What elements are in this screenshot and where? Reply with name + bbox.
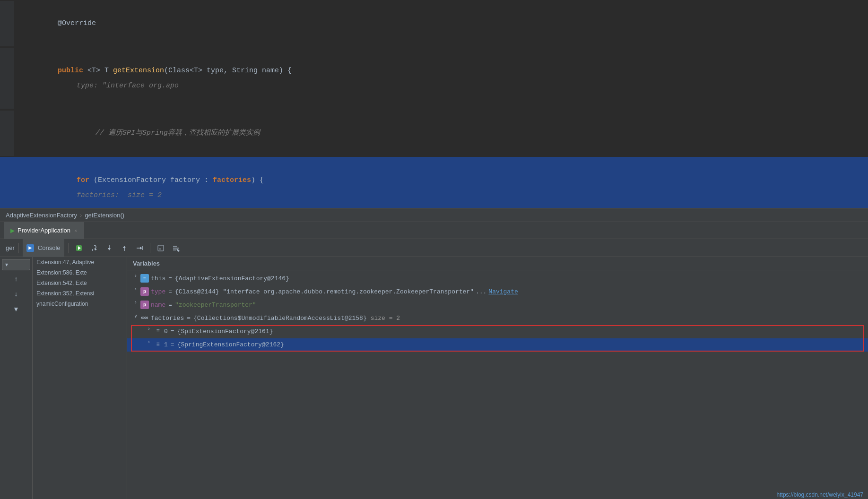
var-key-0: 0 — [164, 327, 168, 337]
var-val-0: {SpiExtensionFactory@2161} — [177, 327, 273, 337]
expand-type[interactable]: › — [131, 287, 140, 292]
up-btn[interactable]: ↑ — [9, 272, 23, 285]
var-content-this: this = {AdaptiveExtensionFactory@2146} — [151, 274, 864, 284]
params: (Class<T> type, String name) { — [164, 67, 292, 75]
var-row-factories[interactable]: ∨ ∞∞ factories = {Collections$Unmodifiab… — [127, 312, 868, 325]
watch-btn[interactable] — [169, 241, 182, 255]
expand-this[interactable]: › — [131, 274, 140, 279]
var-eq-1: = — [171, 340, 174, 350]
console-icon: ▶ — [26, 244, 34, 252]
kw-for: for — [77, 176, 94, 184]
breadcrumb-class[interactable]: AdaptiveExtensionFactory — [6, 212, 77, 219]
var-row-type[interactable]: › p type = {Class@2144} "interface org.a… — [127, 285, 868, 299]
var-content-1: 1 = {SpringExtensionFactory@2162} — [164, 340, 864, 350]
for-params: (ExtensionFactory factory : — [94, 176, 213, 184]
icon-factories: ∞∞ — [140, 314, 149, 322]
down-btn[interactable]: ↓ — [9, 287, 23, 301]
frame-0[interactable]: Extension:47, Adaptive — [33, 257, 127, 267]
left-section: ▾ ↑ ↓ ▼ Extension:47, Adaptive Extension… — [0, 257, 127, 499]
code-line-3: // 遍历SPI与Spring容器，查找相应的扩展类实例 — [0, 110, 868, 157]
var-val-1: {SpringExtensionFactory@2162} — [177, 340, 284, 350]
line-content-3: // 遍历SPI与Spring容器，查找相应的扩展类实例 — [14, 111, 868, 156]
tab-label: ProviderApplication — [17, 227, 70, 234]
call-stack-panel: Extension:47, Adaptive Extension:586, Ex… — [33, 257, 127, 499]
var-val-type: {Class@2144} "interface org.apache.dubbo… — [175, 287, 474, 297]
svg-marker-7 — [123, 246, 126, 248]
frame-3[interactable]: Extension:352, Extensi — [33, 288, 127, 299]
sep-3 — [150, 243, 150, 253]
debug-tabs-bar: ▶ ProviderApplication × — [0, 222, 868, 239]
filter-btn[interactable]: ▼ — [9, 302, 23, 316]
breadcrumb-method[interactable]: getExtension() — [85, 212, 124, 219]
step-over-btn[interactable] — [87, 241, 101, 255]
expand-name[interactable]: › — [131, 300, 140, 305]
var-row-1[interactable]: › ≡ 1 = {SpringExtensionFactory@2162} — [127, 338, 868, 352]
icon-0: ≡ — [154, 327, 162, 336]
expand-1[interactable]: › — [144, 340, 154, 345]
debug-panel: ▾ ↑ ↓ ▼ Extension:47, Adaptive Extension… — [0, 257, 868, 499]
svg-text:=: = — [159, 247, 161, 251]
variables-header: Variables — [127, 257, 868, 270]
var-key-factories: factories — [151, 313, 184, 324]
navigate-link-type[interactable]: Navigate — [488, 287, 518, 297]
debug-session-tab[interactable]: ▶ ProviderApplication × — [4, 222, 84, 239]
sep-1 — [18, 243, 19, 253]
annotation: @Override — [58, 19, 96, 27]
url-bar: https://blog.csdn.net/weiyix_41947 — [772, 490, 868, 499]
var-val-factories: {Collections$UnmodifiableRandomAccessLis… — [193, 313, 367, 324]
tab-close-btn[interactable]: × — [74, 228, 77, 233]
frames-scroll[interactable]: Extension:47, Adaptive Extension:586, Ex… — [33, 257, 127, 499]
tab-run-icon: ▶ — [10, 227, 15, 234]
ide-window: @Override public <T> T getExtension(Clas… — [0, 0, 868, 499]
svg-marker-16 — [176, 249, 180, 252]
step-into-btn[interactable] — [103, 241, 116, 255]
var-eq-name: = — [168, 300, 172, 310]
var-key-this: this — [151, 274, 165, 284]
var-val-this: {AdaptiveExtensionFactory@2146} — [175, 274, 289, 284]
expand-0[interactable]: › — [144, 327, 154, 332]
run-to-cursor-btn[interactable] — [133, 241, 146, 255]
expand-factories[interactable]: ∨ — [131, 313, 140, 319]
code-editor: @Override public <T> T getExtension(Clas… — [0, 0, 868, 208]
var-row-this[interactable]: › ≡ this = {AdaptiveExtensionFactory@214… — [127, 272, 868, 285]
frame-4[interactable]: ynamicConfiguration — [33, 299, 127, 309]
var-eq-this: = — [168, 274, 172, 284]
dropdown-arrow: ▾ — [5, 261, 8, 268]
line-content-4: for (ExtensionFactory factory : factorie… — [14, 158, 868, 208]
left-mini-toolbar: ▾ ↑ ↓ ▼ — [0, 257, 33, 499]
var-key-name: name — [151, 300, 165, 310]
variables-panel: Variables › ≡ this = {AdaptiveExtensionF… — [127, 257, 868, 499]
console-tab[interactable]: ▶ Console — [23, 239, 64, 257]
debug-toolbar: ger ▶ Console = — [0, 239, 868, 257]
breadcrumb-bar: AdaptiveExtensionFactory › getExtension(… — [0, 208, 868, 222]
icon-name: p — [140, 301, 149, 309]
line-number-4 — [0, 158, 14, 208]
var-key-type: type — [151, 287, 165, 297]
comment: // 遍历SPI与Spring容器，查找相应的扩展类实例 — [95, 129, 260, 137]
console-label: Console — [38, 244, 61, 251]
frame-dropdown[interactable]: ▾ — [2, 259, 30, 270]
frame-1[interactable]: Extension:586, Exte — [33, 267, 127, 278]
show-execution-point-btn[interactable] — [72, 241, 86, 255]
kw-public: public — [58, 67, 87, 75]
var-content-0: 0 = {SpiExtensionFactory@2161} — [164, 327, 864, 337]
line-content-1: @Override — [14, 1, 868, 46]
variables-list: › ≡ this = {AdaptiveExtensionFactory@214… — [127, 270, 868, 499]
method-getExtension: getExtension — [113, 67, 164, 75]
var-row-name[interactable]: › p name = "zookeeperTransporter" — [127, 299, 868, 312]
evaluate-btn[interactable]: = — [154, 241, 167, 255]
line-number-3 — [0, 111, 14, 156]
step-out-btn[interactable] — [118, 241, 131, 255]
var-val-name: "zookeeperTransporter" — [175, 300, 256, 310]
logger-label: ger — [6, 244, 15, 251]
var-content-type: type = {Class@2144} "interface org.apach… — [151, 287, 864, 297]
code-line-2: public <T> T getExtension(Class<T> type,… — [0, 47, 868, 110]
frame-2[interactable]: Extension:542, Exte — [33, 278, 127, 288]
var-eq-type: = — [168, 287, 172, 297]
svg-marker-2 — [95, 249, 97, 250]
line-number-2 — [0, 48, 14, 109]
generic-t: <T> T — [87, 67, 113, 75]
var-eq-factories: = — [187, 313, 191, 324]
var-row-0[interactable]: › ≡ 0 = {SpiExtensionFactory@2161} — [127, 325, 868, 338]
code-line-1: @Override — [0, 0, 868, 47]
